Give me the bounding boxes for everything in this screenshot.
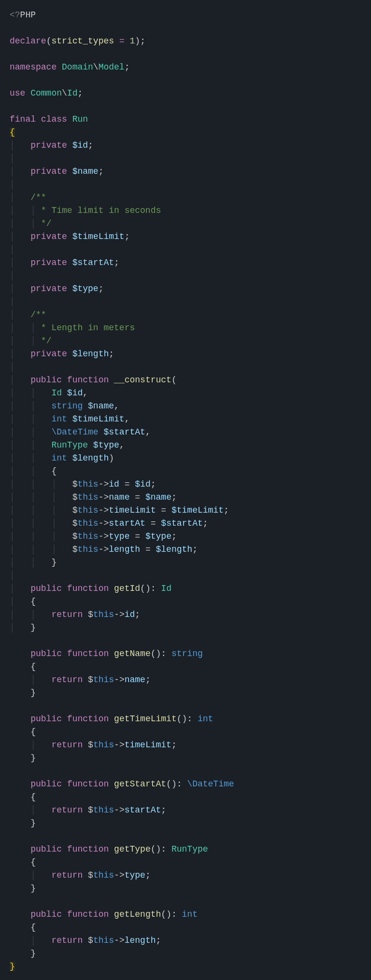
prop-timelimit: timeLimit <box>109 505 156 515</box>
code-line: │ /** <box>10 310 46 320</box>
prop-id: id <box>109 479 119 489</box>
param-type-string: string <box>51 401 83 411</box>
cls-id: Id <box>67 88 78 98</box>
arrow: -> <box>99 532 109 541</box>
var-id: $id <box>135 479 150 489</box>
doc-open: /** <box>30 310 46 320</box>
code-line: │ /** <box>10 193 46 202</box>
code-line: │ return $this->timeLimit; <box>10 740 177 750</box>
eq: = <box>135 492 140 502</box>
rparen: ) <box>166 910 171 919</box>
class-close-brace: } <box>10 962 15 971</box>
code-line: public function getType(): RunType <box>10 844 208 854</box>
rbrace: } <box>30 623 36 632</box>
arrow: -> <box>114 740 125 750</box>
prop-type: type <box>125 870 145 880</box>
semi: ; <box>171 492 177 502</box>
code-line: { <box>10 727 36 737</box>
semi: ; <box>151 479 156 489</box>
colon: : <box>161 844 166 854</box>
code-line: │ private $startAt; <box>10 258 119 267</box>
var-startat: $startAt <box>72 258 114 267</box>
this: this <box>93 805 114 815</box>
eq: = <box>151 518 156 528</box>
cls-run: Run <box>72 114 88 124</box>
class-open-brace: { <box>10 127 15 137</box>
code-line: │ │ { <box>10 466 57 476</box>
rparen: ) <box>145 584 151 593</box>
param-id: $id <box>67 388 83 398</box>
prop-startat: startAt <box>125 805 161 815</box>
kw-private: private <box>30 140 67 150</box>
rparen: ) <box>182 714 187 724</box>
param-timelimit: $timeLimit <box>72 414 125 424</box>
ret-string: string <box>171 649 203 658</box>
arrow: -> <box>99 545 109 554</box>
param-type-int: int <box>51 414 67 424</box>
this: this <box>93 675 114 685</box>
code-line: │ │ │ $this->timeLimit = $timeLimit; <box>10 505 229 515</box>
kw-function: function <box>67 910 109 919</box>
code-line: { <box>10 923 36 932</box>
param-type-datetime: \DateTime <box>51 427 98 437</box>
code-line: │ │ │ $this->id = $id; <box>10 479 156 489</box>
var-name: $name <box>72 167 99 176</box>
ns-common: Common <box>30 88 62 98</box>
comma: , <box>114 401 119 411</box>
kw-declare: declare <box>10 36 46 46</box>
rbrace: } <box>30 688 36 698</box>
prop-startat: startAt <box>109 518 145 528</box>
kw-return: return <box>51 870 83 880</box>
param-name: $name <box>88 401 114 411</box>
ret-runtype: RunType <box>171 844 208 854</box>
rparen: ) <box>156 649 161 658</box>
prop-name: name <box>109 492 129 502</box>
this: this <box>77 545 98 554</box>
ns-model: Model <box>99 62 125 72</box>
kw-return: return <box>51 675 83 685</box>
kw-namespace: namespace <box>10 62 57 72</box>
param-length: $length <box>72 453 109 463</box>
var-startat: $startAt <box>161 518 202 528</box>
kw-return: return <box>51 740 83 750</box>
code-line: │ │ * Time limit in seconds <box>10 206 161 215</box>
code-editor[interactable]: <?PHP declare(strict_types = 1); namespa… <box>0 0 371 980</box>
php-open-tag-left: <? <box>10 10 20 20</box>
kw-private: private <box>30 232 67 241</box>
kw-private: private <box>30 349 67 359</box>
this-dollar: $ <box>88 610 93 619</box>
code-line: │ │ string $name, <box>10 401 119 411</box>
kw-class: class <box>41 114 67 124</box>
code-line: │ return $this->type; <box>10 870 151 880</box>
semi: ; <box>99 284 104 294</box>
kw-private: private <box>30 284 67 294</box>
fn-gettimelimit: getTimeLimit <box>114 714 177 724</box>
colon: : <box>161 649 166 658</box>
this-dollar: $ <box>88 936 93 945</box>
var-length: $length <box>72 349 109 359</box>
kw-public: public <box>30 375 62 385</box>
kw-private: private <box>30 167 67 176</box>
code-line: │ private $length; <box>10 349 114 359</box>
code-line: │ return $this->length; <box>10 936 161 945</box>
param-type: $type <box>93 440 119 450</box>
code-line: public function getTimeLimit(): int <box>10 714 213 724</box>
eq: = <box>125 479 130 489</box>
semi: ; <box>114 258 119 267</box>
fn-getname: getName <box>114 649 151 658</box>
semi: ; <box>192 545 198 554</box>
code-line: namespace Domain\Model; <box>10 62 129 72</box>
var-id: $id <box>72 140 88 150</box>
ret-id: Id <box>161 584 171 593</box>
var-name: $name <box>145 492 171 502</box>
kw-public: public <box>30 649 62 658</box>
var-timelimit: $timeLimit <box>72 232 125 241</box>
code-line: │ │ int $timeLimit, <box>10 414 129 424</box>
code-line: final class Run <box>10 114 88 124</box>
this: this <box>93 870 114 880</box>
semi: ; <box>145 675 151 685</box>
backslash: \ <box>93 62 99 72</box>
code-line: │ │ \DateTime $startAt, <box>10 427 151 437</box>
code-line: } <box>10 753 36 763</box>
arrow: -> <box>99 479 109 489</box>
